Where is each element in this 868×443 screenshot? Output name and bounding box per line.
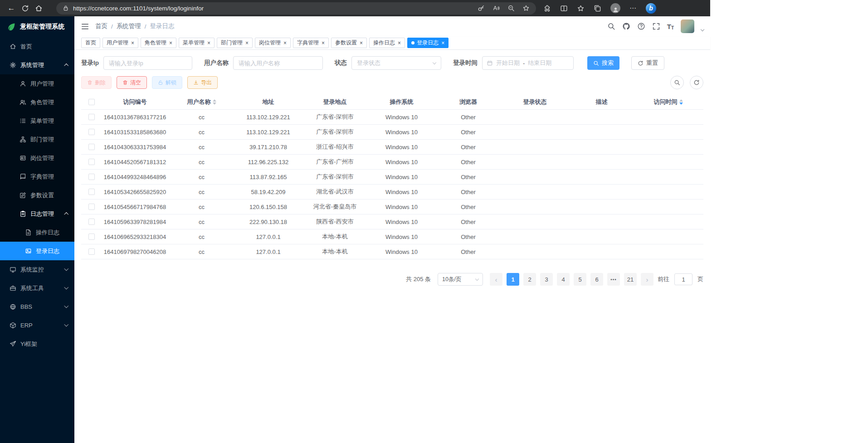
page-button-4[interactable]: 4: [557, 273, 570, 286]
browser-profile-icon[interactable]: [610, 3, 620, 13]
sidebar-item-erp[interactable]: ERP: [0, 316, 74, 335]
sidebar-collapse-icon[interactable]: [81, 22, 89, 31]
tab-operation-log[interactable]: 操作日志×: [369, 38, 405, 48]
tab-login-log[interactable]: 登录日志×: [407, 38, 449, 48]
refresh-table-button[interactable]: [690, 76, 703, 89]
tab-role-management[interactable]: 角色管理×: [141, 38, 176, 48]
row-checkbox[interactable]: [88, 204, 95, 210]
tab-post-management[interactable]: 岗位管理×: [255, 38, 291, 48]
sort-icon[interactable]: [679, 99, 683, 105]
close-icon[interactable]: ×: [169, 40, 172, 46]
sidebar-item-system-monitor[interactable]: 系统监控: [0, 260, 74, 279]
sidebar-item-user-management[interactable]: 用户管理: [0, 74, 74, 93]
tab-param-settings[interactable]: 参数设置×: [331, 38, 367, 48]
col-header-browser[interactable]: 浏览器: [435, 98, 502, 106]
avatar-dropdown-icon[interactable]: [701, 28, 704, 31]
close-icon[interactable]: ×: [245, 40, 249, 46]
sidebar-item-log-management[interactable]: 日志管理: [0, 204, 74, 223]
row-checkbox[interactable]: [88, 189, 95, 195]
row-checkbox[interactable]: [88, 219, 95, 225]
row-checkbox[interactable]: [88, 144, 95, 150]
close-icon[interactable]: ×: [207, 40, 210, 46]
breadcrumb-system-management[interactable]: 系统管理: [117, 22, 141, 30]
tab-home[interactable]: 首页: [81, 38, 100, 48]
bing-copilot-icon[interactable]: b: [646, 3, 656, 14]
sidebar-item-role-management[interactable]: 角色管理: [0, 93, 74, 112]
breadcrumb-home[interactable]: 首页: [95, 22, 107, 30]
close-icon[interactable]: ×: [441, 40, 444, 46]
close-icon[interactable]: ×: [131, 40, 134, 46]
tab-menu-management[interactable]: 菜单管理×: [179, 38, 215, 48]
login-ip-input[interactable]: [103, 56, 192, 70]
close-icon[interactable]: ×: [398, 40, 401, 46]
sort-icon[interactable]: [213, 99, 216, 105]
search-button[interactable]: 搜索: [587, 56, 619, 70]
sidebar-item-system-management[interactable]: 系统管理: [0, 56, 74, 74]
sidebar-item-operation-log[interactable]: 操作日志: [0, 223, 74, 242]
sidebar-item-home[interactable]: 首页: [0, 37, 74, 56]
col-header-location[interactable]: 登录地点: [302, 98, 368, 106]
back-icon[interactable]: ←: [5, 1, 18, 15]
tab-dict-management[interactable]: 字典管理×: [293, 38, 329, 48]
col-header-username[interactable]: 用户名称: [168, 98, 235, 106]
row-checkbox[interactable]: [88, 114, 95, 120]
row-checkbox[interactable]: [88, 234, 95, 240]
site-info-lock-icon[interactable]: [63, 5, 69, 11]
address-bar[interactable]: https://ccnetcore.com:1101/system/log/lo…: [56, 2, 536, 15]
row-checkbox[interactable]: [88, 129, 95, 135]
close-icon[interactable]: ×: [360, 40, 363, 46]
browser-home-icon[interactable]: [32, 1, 45, 15]
browser-menu-icon[interactable]: ⋯: [629, 4, 637, 12]
prev-page-button[interactable]: ‹: [490, 273, 502, 286]
sidebar-item-login-log[interactable]: 登录日志: [0, 242, 74, 260]
password-key-icon[interactable]: [478, 5, 485, 12]
close-icon[interactable]: ×: [322, 40, 325, 46]
export-button[interactable]: 导出: [187, 76, 218, 89]
col-header-visit-time[interactable]: 访问时间: [635, 98, 702, 106]
delete-button[interactable]: 删除: [81, 76, 112, 89]
tab-dept-management[interactable]: 部门管理×: [217, 38, 253, 48]
col-header-login-status[interactable]: 登录状态: [502, 98, 568, 106]
status-select[interactable]: 登录状态: [351, 56, 441, 70]
sidebar-item-dict-management[interactable]: 字典管理: [0, 167, 74, 186]
reset-button[interactable]: 重置: [631, 56, 664, 70]
more-pages-button[interactable]: •••: [607, 273, 620, 286]
unlock-button[interactable]: 解锁: [152, 76, 182, 89]
sidebar-item-yi-framework[interactable]: Yi框架: [0, 335, 74, 353]
page-size-select[interactable]: 10条/页: [438, 273, 483, 286]
sidebar-item-menu-management[interactable]: 菜单管理: [0, 112, 74, 130]
user-avatar[interactable]: [681, 19, 694, 33]
col-header-description[interactable]: 描述: [568, 98, 635, 106]
collections-icon[interactable]: [594, 5, 601, 12]
row-checkbox[interactable]: [88, 248, 95, 255]
page-button-6[interactable]: 6: [590, 273, 603, 286]
col-header-address[interactable]: 地址: [235, 98, 302, 106]
page-button-3[interactable]: 3: [540, 273, 553, 286]
username-input[interactable]: [233, 56, 323, 70]
sidebar-item-dept-management[interactable]: 部门管理: [0, 130, 74, 149]
page-button-5[interactable]: 5: [574, 273, 586, 286]
sidebar-item-system-tools[interactable]: 系统工具: [0, 279, 74, 297]
row-checkbox[interactable]: [88, 159, 95, 165]
sidebar-item-param-settings[interactable]: 参数设置: [0, 186, 74, 204]
goto-page-input[interactable]: [674, 273, 692, 285]
favorites-icon[interactable]: [577, 5, 585, 12]
read-aloud-icon[interactable]: [493, 5, 500, 12]
header-search-icon[interactable]: [607, 22, 615, 30]
col-header-visit-id[interactable]: 访问编号: [102, 98, 168, 106]
col-header-os[interactable]: 操作系统: [368, 98, 435, 106]
add-favorite-star-icon[interactable]: [522, 5, 530, 12]
app-logo[interactable]: 意框架管理系统: [0, 16, 74, 37]
help-icon[interactable]: [637, 22, 645, 30]
page-button-2[interactable]: 2: [523, 273, 536, 286]
toggle-search-button[interactable]: [670, 76, 684, 89]
select-all-checkbox[interactable]: [88, 99, 95, 105]
close-icon[interactable]: ×: [283, 40, 287, 46]
fullscreen-icon[interactable]: [652, 22, 660, 30]
tab-user-management[interactable]: 用户管理×: [102, 38, 138, 48]
sidebar-item-bbs[interactable]: BBS: [0, 297, 74, 316]
page-button-1[interactable]: 1: [507, 273, 519, 286]
reload-icon[interactable]: [18, 1, 32, 15]
row-checkbox[interactable]: [88, 174, 95, 180]
clear-button[interactable]: 清空: [117, 76, 147, 89]
